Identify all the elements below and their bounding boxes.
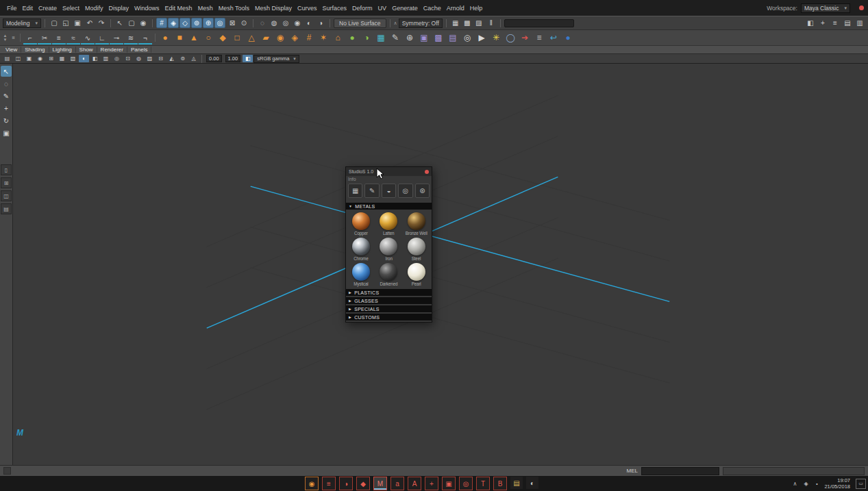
- shelf-curve-tool-icon[interactable]: ⊸: [110, 31, 123, 45]
- panel-tool-button[interactable]: ◒: [382, 184, 396, 198]
- panel-toolbar-icon[interactable]: ⊚: [177, 55, 188, 62]
- menu-item[interactable]: Cache: [421, 5, 444, 12]
- menu-item[interactable]: Deform: [349, 5, 375, 12]
- file-operation-icon[interactable]: ◱: [60, 18, 71, 28]
- shelf-tool-icon[interactable]: ↩: [547, 31, 560, 45]
- layout-shortcut-button[interactable]: ◫: [1, 190, 12, 201]
- material-sphere[interactable]: [352, 263, 370, 281]
- sidebar-toggle-icon[interactable]: ▥: [854, 18, 865, 28]
- shelf-tool-icon[interactable]: ●: [158, 31, 172, 45]
- taskbar-app-icon[interactable]: ▣: [442, 477, 456, 490]
- shelf-tool-icon[interactable]: △: [245, 31, 258, 45]
- material-sphere[interactable]: [408, 212, 425, 230]
- snap-toggle-icon[interactable]: ◎: [214, 18, 225, 28]
- material-swatch[interactable]: Mystical: [347, 263, 375, 286]
- selection-mode-icon[interactable]: ◉: [138, 18, 149, 28]
- panel-toolbar-icon[interactable]: ◬: [188, 55, 199, 62]
- shelf-tool-icon[interactable]: ◆: [216, 31, 230, 45]
- panel-toolbar-icon[interactable]: ▨: [145, 55, 155, 62]
- taskbar-app-icon[interactable]: T: [476, 477, 490, 490]
- chevron-up-icon[interactable]: ∧: [394, 21, 397, 26]
- taskbar-app-icon[interactable]: B: [493, 477, 507, 490]
- view-transform-dropdown[interactable]: sRGB gamma ▾: [253, 55, 299, 63]
- sidebar-toggle-icon[interactable]: ≡: [830, 18, 841, 28]
- panel-toolbar-icon[interactable]: ◫: [13, 55, 23, 62]
- shelf-tool-icon[interactable]: ➔: [518, 31, 532, 45]
- panel-tool-button[interactable]: ✎: [364, 184, 379, 198]
- panel-toolbar-icon[interactable]: ▣: [24, 55, 34, 62]
- tray-status-icon[interactable]: •: [813, 481, 820, 487]
- material-section-header[interactable]: ▶ GLASSES: [346, 297, 432, 304]
- panel-toolbar-icon[interactable]: ◎: [112, 55, 122, 62]
- input-field-icon[interactable]: ▦: [450, 18, 461, 28]
- selection-mode-icon[interactable]: ↖: [114, 18, 125, 28]
- panel-tool-button[interactable]: ⊛: [415, 184, 430, 198]
- taskbar-app-icon[interactable]: ◆: [356, 477, 370, 490]
- taskbar-app-icon[interactable]: A: [408, 477, 421, 490]
- material-sphere[interactable]: [408, 238, 425, 255]
- file-operation-icon[interactable]: ▢: [49, 18, 60, 28]
- material-section-header[interactable]: ▶ SPECIALS: [346, 305, 432, 312]
- material-section-header[interactable]: ▶ CUSTOMS: [346, 314, 432, 320]
- file-operation-icon[interactable]: ▣: [72, 18, 83, 28]
- shelf-curve-tool-icon[interactable]: ¬: [138, 31, 152, 45]
- material-swatch[interactable]: Bronze Well: [403, 212, 430, 236]
- taskbar-app-icon[interactable]: ≡: [322, 477, 336, 490]
- menu-item[interactable]: Curves: [295, 5, 320, 12]
- material-swatch[interactable]: Pearl: [403, 263, 430, 286]
- menu-item[interactable]: Mesh Display: [252, 5, 295, 12]
- notification-center-icon[interactable]: ▭: [856, 479, 866, 489]
- shelf-tool-icon[interactable]: ⊕: [403, 31, 417, 45]
- menu-set-dropdown[interactable]: Modeling ▾: [3, 18, 41, 28]
- shelf-tool-icon[interactable]: ≡: [532, 31, 546, 45]
- section-header-metals[interactable]: ▼ METALS: [346, 203, 432, 210]
- menu-item[interactable]: Arnold: [444, 5, 467, 12]
- panel-menu-item[interactable]: Panels: [127, 47, 151, 53]
- construction-history-icon[interactable]: ◍: [269, 18, 280, 28]
- snap-toggle-icon[interactable]: #: [156, 18, 167, 28]
- material-swatch[interactable]: Chrome: [347, 238, 375, 261]
- panel-toolbar-icon[interactable]: ◍: [134, 55, 144, 62]
- menu-item[interactable]: File: [4, 5, 20, 12]
- shelf-tool-icon[interactable]: ▲: [187, 31, 201, 45]
- material-swatch[interactable]: Copper: [347, 212, 375, 236]
- sidebar-toggle-icon[interactable]: +: [817, 18, 828, 28]
- tool-icon[interactable]: ↻: [1, 115, 12, 126]
- shelf-tool-icon[interactable]: ▰: [259, 31, 273, 45]
- construction-history-icon[interactable]: ◑: [315, 18, 326, 28]
- construction-history-icon[interactable]: ◎: [280, 18, 291, 28]
- material-swatch[interactable]: Darkened: [375, 263, 402, 286]
- sidebar-toggle-icon[interactable]: ▤: [842, 18, 853, 28]
- undo-redo-icon[interactable]: ↷: [96, 18, 107, 28]
- viewport[interactable]: M StudioS 1.0 Info ▦✎◒◎⊛ ▼ METALS: [13, 64, 868, 465]
- taskbar-app-icon[interactable]: a: [390, 477, 404, 490]
- shelf-tool-icon[interactable]: ○: [201, 31, 215, 45]
- shelf-tool-icon[interactable]: ■: [173, 31, 186, 45]
- pause-icon[interactable]: ‖: [486, 18, 497, 28]
- material-swatch[interactable]: Steel: [403, 238, 430, 261]
- tool-icon[interactable]: ✎: [1, 90, 12, 101]
- symmetry-dropdown[interactable]: Symmetry: Off: [399, 18, 443, 28]
- taskbar-app-icon[interactable]: ◑: [339, 477, 353, 490]
- taskbar-app-icon[interactable]: ◉: [305, 477, 319, 490]
- panel-toolbar-icon[interactable]: ▤: [2, 55, 12, 62]
- shelf-tool-icon[interactable]: ●: [561, 31, 575, 45]
- shelf-tool-icon[interactable]: #: [302, 31, 316, 45]
- shelf-tab-switcher-icon[interactable]: ▲▼: [1, 32, 9, 44]
- command-history-icon[interactable]: [3, 467, 11, 475]
- shelf-tool-icon[interactable]: ▦: [374, 31, 388, 45]
- material-swatch[interactable]: Latten: [375, 212, 402, 236]
- shelf-curve-tool-icon[interactable]: ∿: [81, 31, 95, 45]
- lock-icon[interactable]: ⊠: [227, 18, 238, 28]
- material-sphere[interactable]: [408, 263, 425, 281]
- snap-toggle-icon[interactable]: ⊕: [203, 18, 214, 28]
- shelf-tool-icon[interactable]: ✳: [489, 31, 503, 45]
- selection-mode-icon[interactable]: ▢: [126, 18, 137, 28]
- tray-expand-icon[interactable]: ∧: [791, 481, 798, 487]
- taskbar-app-icon[interactable]: M: [373, 477, 387, 490]
- shelf-tool-icon[interactable]: ▣: [417, 31, 431, 45]
- layout-shortcut-button[interactable]: ▯: [1, 164, 12, 175]
- shelf-curve-tool-icon[interactable]: ⌐: [23, 31, 37, 45]
- menu-item[interactable]: Mesh Tools: [216, 5, 252, 12]
- taskbar-app-icon[interactable]: ◐: [526, 477, 538, 489]
